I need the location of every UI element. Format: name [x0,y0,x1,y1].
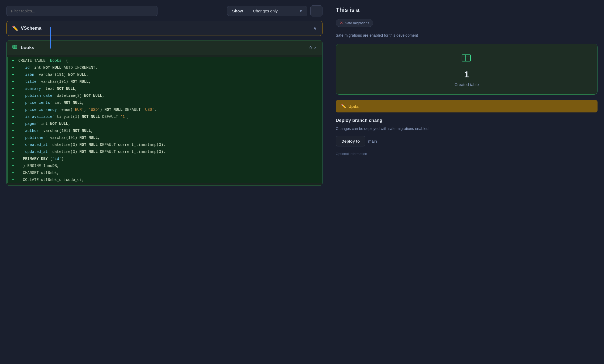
sql-line: + `pages` int NOT NULL, [7,120,322,127]
deploy-to-button[interactable]: Deploy to [336,136,365,146]
plus-icon: + [12,80,16,84]
show-label: Show [227,6,248,16]
chevron-up-icon: ∧ [314,45,317,50]
vschema-title: VSchema [21,26,42,31]
sql-line: + `created_at` datetime(3) NOT NULL DEFA… [7,141,322,148]
safe-migrations-badge: ✕ Safe migrations [336,19,373,27]
table-count: 0 ∧ [310,45,317,50]
chevron-down-icon: ▾ [300,9,302,13]
plus-icon: + [12,108,16,112]
plus-icon: + [12,164,16,168]
table-header: books 0 ∧ [7,40,322,55]
plus-icon: + [12,136,16,140]
x-icon: ✕ [340,20,343,25]
filter-tables-input[interactable] [6,6,157,16]
created-table-label: Created table [454,82,479,87]
plus-icon: + [12,73,16,77]
right-panel-title: This is a [336,6,598,13]
created-table-card: 1 Created table [336,44,598,95]
changes-only-dropdown[interactable]: Changes only ▾ [248,6,307,16]
plus-icon: + [12,66,16,70]
deploy-branch-label: main [368,139,377,143]
ellipsis-icon: ··· [314,8,318,14]
deploy-section: Deploy branch chang Changes can be deplo… [336,118,598,156]
dropdown-value: Changes only [253,9,278,13]
plus-icon: + [12,101,16,105]
more-options-button[interactable]: ··· [310,5,322,16]
plus-icon: + [12,115,16,119]
deploy-row: Deploy to main [336,136,598,146]
sql-line: + PRIMARY KEY (`id`) [7,155,322,162]
plus-icon: + [12,171,16,175]
vschema-section: ✏️ VSchema ∨ [6,21,322,36]
top-bar: Show Changes only ▾ ··· [6,5,322,16]
safe-migrations-label: Safe migrations [345,21,369,25]
edit-icon: ✏️ [12,25,18,31]
sql-code-block: + CREATE TABLE `books` ( + `id` int NOT … [7,55,322,186]
update-button-label: Upda [348,104,359,109]
sql-line: + `is_available` tinyint(1) NOT NULL DEF… [7,113,322,120]
sql-line: + `title` varchar(191) NOT NULL, [7,78,322,85]
sql-line: + `author` varchar(191) NOT NULL, [7,127,322,134]
deploy-section-title: Deploy branch chang [336,118,598,123]
sql-line: + `updated_at` datetime(3) NOT NULL DEFA… [7,148,322,155]
sql-line: + `price_cents` int NOT NULL, [7,99,322,106]
table-icon [12,44,18,51]
sql-line: + `publisher` varchar(191) NOT NULL, [7,134,322,141]
sql-line: + `price_currency` enum('EUR', 'USD') NO… [7,106,322,113]
plus-icon: + [12,94,16,98]
sql-line: + ) ENGINE InnoDB, [7,162,322,169]
plus-icon: + [12,59,16,63]
vschema-header[interactable]: ✏️ VSchema ∨ [7,21,322,36]
pencil-icon: ✏️ [341,104,346,109]
plus-icon: + [12,178,16,182]
books-table-section: books 0 ∧ + CREATE TABLE `books` ( + `id… [6,40,322,186]
plus-icon: + [12,157,16,161]
chevron-down-icon: ∨ [313,25,317,31]
table-name: books [21,45,34,50]
show-group: Show Changes only ▾ [227,6,307,16]
plus-icon: + [12,129,16,133]
optional-information-label: Optional information [336,152,598,156]
plus-icon: + [12,150,16,154]
update-button[interactable]: ✏️ Upda [336,100,598,112]
sql-line: + `publish_date` datetime(3) NOT NULL, [7,92,322,99]
left-panel: Show Changes only ▾ ··· ✏️ VSchema ∨ [0,0,329,364]
plus-icon: + [12,143,16,147]
right-panel: This is a ✕ Safe migrations Safe migrati… [329,0,604,364]
created-table-count: 1 [464,70,469,80]
sql-line: + CHARSET utf8mb4, [7,169,322,176]
safe-migrations-description: Safe migrations are enabled for this dev… [336,32,598,38]
svg-rect-0 [13,45,17,49]
sql-line: + CREATE TABLE `books` ( [7,57,322,64]
sql-line: + `isbn` varchar(191) NOT NULL, [7,71,322,78]
plus-icon: + [12,87,16,91]
svg-rect-4 [462,55,471,61]
deploy-section-description: Changes can be deployed with safe migrat… [336,126,598,132]
sql-line: + COLLATE utf8mb4_unicode_ci; [7,176,322,183]
plus-icon: + [12,122,16,126]
left-indicator-bar [50,27,51,49]
sql-line: + `summary` text NOT NULL, [7,85,322,92]
create-table-icon [460,51,473,67]
sql-line: + `id` int NOT NULL AUTO_INCREMENT, [7,64,322,71]
